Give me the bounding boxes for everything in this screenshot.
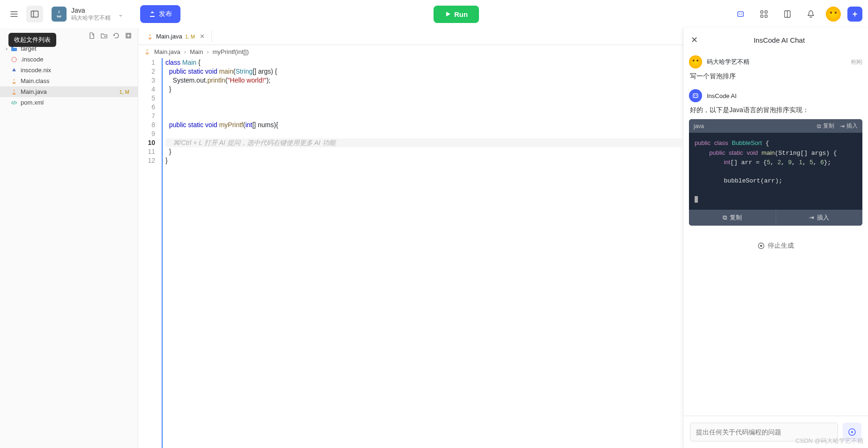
avatar	[689, 55, 702, 68]
new-file-icon[interactable]	[88, 32, 96, 39]
tab-label: Main.java	[156, 33, 182, 40]
chevron-down-icon: ⌄	[118, 11, 123, 18]
svg-rect-18	[760, 245, 762, 247]
code-content[interactable]: public class BubbleSort { public static …	[689, 133, 862, 210]
copy-button[interactable]: ⧉ 复制	[817, 122, 834, 130]
file-item[interactable]: Main.java1, M	[0, 86, 138, 97]
svg-rect-12	[127, 34, 130, 37]
code-lines[interactable]: class Main { public static void main(Str…	[162, 58, 683, 448]
svg-rect-5	[761, 11, 763, 13]
watermark: CSDN @码大哈学艺不精	[795, 437, 863, 445]
nix-icon	[10, 67, 18, 74]
file-name: Main.class	[21, 77, 49, 84]
tab-main-java[interactable]: Main.java 1, M ✕	[142, 30, 212, 43]
svg-rect-6	[765, 11, 767, 13]
ai-message: InsCode AI 好的，以下是Java语言的冒泡排序实现： java ⧉ 复…	[689, 89, 862, 226]
message-text: 好的，以下是Java语言的冒泡排序实现：	[689, 106, 862, 114]
project-owner: 码大哈学艺不精	[71, 15, 111, 21]
file-name: Main.java	[21, 88, 47, 95]
crumb-method[interactable]: myPrintf(int[])	[213, 48, 249, 55]
message-text: 写一个冒泡排序	[689, 72, 862, 81]
svg-point-13	[12, 57, 16, 62]
java-icon	[147, 33, 153, 40]
insert-button[interactable]: ⇥ 插入	[776, 210, 863, 226]
crumb-class[interactable]: Main	[190, 48, 203, 55]
file-name: inscode.nix	[21, 67, 51, 74]
plus-button[interactable]: +	[847, 7, 862, 22]
user-name: 码大哈学艺不精	[707, 58, 749, 66]
file-item[interactable]: Main.class	[0, 76, 138, 86]
right-toolbar: +	[732, 6, 862, 23]
message-time: 刚刚	[851, 58, 862, 66]
xml-icon	[10, 99, 18, 106]
svg-point-15	[694, 95, 695, 96]
chevron-right-icon: ›	[184, 48, 186, 55]
grid-icon[interactable]	[756, 6, 772, 23]
svg-point-20	[851, 431, 853, 433]
project-name: Java	[71, 7, 111, 15]
bell-icon[interactable]	[802, 6, 819, 23]
java-icon	[52, 7, 67, 22]
tab-bar: Main.java 1, M ✕	[138, 28, 683, 45]
svg-rect-2	[738, 12, 743, 16]
file-name: .inscode	[21, 56, 43, 63]
copy-button[interactable]: ⧉ 复制	[689, 210, 776, 226]
svg-rect-14	[693, 94, 698, 98]
run-button[interactable]: Run	[434, 6, 479, 23]
refresh-icon[interactable]	[112, 32, 120, 39]
ai-name: InsCode AI	[707, 92, 737, 99]
chat-title: InsCode AI Chat	[698, 36, 861, 44]
toggle-sidebar-icon[interactable]	[26, 6, 43, 23]
java-icon	[144, 48, 150, 55]
chat-header: ✕ InsCode AI Chat	[683, 28, 868, 52]
file-item[interactable]: inscode.nix	[0, 65, 138, 76]
project-selector[interactable]: Java 码大哈学艺不精 ⌄	[47, 5, 128, 23]
java-icon	[10, 89, 18, 95]
publish-button[interactable]: 发布	[140, 5, 180, 23]
svg-point-4	[741, 14, 742, 15]
avatar[interactable]	[826, 7, 841, 22]
svg-rect-0	[31, 11, 38, 17]
svg-rect-7	[761, 15, 763, 17]
breadcrumb: Main.java › Main › myPrintf(int[])	[138, 45, 683, 58]
file-sidebar: › target.inscodeinscode.nixMain.classMai…	[0, 28, 138, 448]
file-status: 1, M	[120, 89, 133, 95]
user-message: 码大哈学艺不精 刚刚 写一个冒泡排序	[689, 55, 862, 81]
line-gutter: 123456789101112	[138, 58, 162, 448]
code-block: java ⧉ 复制 ⇥ 插入 public class BubbleSort {…	[689, 119, 862, 226]
insert-button[interactable]: ⇥ 插入	[840, 122, 858, 130]
book-icon[interactable]	[779, 6, 796, 23]
new-folder-icon[interactable]	[100, 32, 108, 39]
file-list: › target.inscodeinscode.nixMain.classMai…	[0, 43, 138, 448]
stop-generate-button[interactable]: 停止生成	[689, 234, 862, 258]
crumb-file[interactable]: Main.java	[154, 48, 180, 55]
close-icon[interactable]: ✕	[198, 33, 207, 40]
svg-point-16	[696, 95, 697, 96]
menu-icon[interactable]	[6, 6, 22, 23]
code-lang: java	[694, 123, 704, 129]
chat-body: 码大哈学艺不精 刚刚 写一个冒泡排序 InsCode AI 好的，以下是Java…	[683, 52, 868, 416]
ai-avatar-icon	[689, 89, 702, 102]
ai-icon[interactable]	[732, 6, 749, 23]
tab-status: 1, M	[185, 34, 195, 39]
code-area[interactable]: 123456789101112 class Main { public stat…	[138, 58, 683, 448]
chevron-right-icon: ›	[207, 48, 209, 55]
chat-panel: ✕ InsCode AI Chat 码大哈学艺不精 刚刚 写一个冒泡排序 Ins…	[683, 28, 868, 448]
svg-rect-8	[765, 15, 767, 17]
tooltip: 收起文件列表	[8, 33, 56, 47]
editor: Main.java 1, M ✕ Main.java › Main › myPr…	[138, 28, 683, 448]
java-icon	[10, 78, 18, 84]
config-icon	[10, 56, 18, 63]
file-item[interactable]: pom.xml	[0, 97, 138, 108]
file-name: pom.xml	[21, 99, 44, 106]
svg-point-3	[739, 14, 740, 15]
close-icon[interactable]: ✕	[691, 35, 698, 45]
collapse-icon[interactable]	[125, 32, 132, 39]
topbar: Java 码大哈学艺不精 ⌄ 发布 Run +	[0, 0, 868, 28]
file-item[interactable]: .inscode	[0, 54, 138, 65]
